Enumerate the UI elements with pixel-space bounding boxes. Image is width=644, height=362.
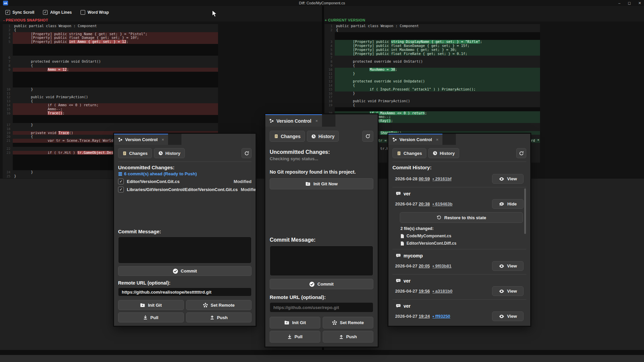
close-button[interactable]: ✕: [638, 0, 641, 6]
checkbox-icon[interactable]: ✓: [5, 10, 10, 15]
code-text: if ( Input.Pressed( "attack1" ) ) Primar…: [335, 87, 540, 92]
tab-changes[interactable]: Changes: [392, 148, 426, 158]
line-number: 12: [325, 75, 335, 79]
refresh-button[interactable]: [362, 131, 373, 142]
tab-changes[interactable]: Changes: [118, 148, 152, 158]
commit-history-heading: Commit History:: [392, 165, 526, 170]
speech-bubble-icon: [396, 304, 401, 308]
init-git-now-button[interactable]: Init Git Now: [270, 178, 373, 189]
toolbar-checkbox-sync-scroll[interactable]: ✓Sync Scroll: [5, 10, 34, 15]
line-number: 19: [3, 131, 13, 135]
pull-label: Pull: [150, 315, 158, 320]
line-number: [3, 79, 13, 83]
file-checkbox[interactable]: ✓: [118, 179, 124, 184]
commit-time-link[interactable]: 20:38: [419, 201, 430, 206]
tab-history[interactable]: History: [154, 148, 185, 158]
view-commit-button[interactable]: View: [492, 261, 524, 271]
line-number: 18: [325, 99, 335, 103]
commit-time-link[interactable]: 19:56: [419, 289, 430, 294]
maximize-button[interactable]: ◻: [628, 0, 631, 6]
toolbar-checkbox-align-lines[interactable]: ✓Align Lines: [43, 10, 72, 15]
no-repo-message: No Git repository found in this project.: [270, 169, 373, 175]
previous-code-row: [3, 72, 218, 76]
pull-button[interactable]: Pull: [270, 331, 320, 343]
commit-date: 2026-04-28: [395, 176, 419, 181]
view-commit-button[interactable]: View: [492, 174, 524, 184]
commit-date: 2026-04-27: [395, 314, 419, 319]
speech-bubble-icon: [396, 254, 401, 258]
remote-url-input[interactable]: [270, 302, 373, 312]
set-remote-label: Set Remote: [340, 320, 364, 325]
restore-state-button[interactable]: Restore to this state: [400, 212, 523, 223]
push-button[interactable]: Push: [323, 331, 373, 343]
current-code-row: 17: [325, 95, 540, 99]
commit-time-link[interactable]: 20:05: [419, 263, 430, 268]
minimize-button[interactable]: –: [619, 0, 621, 6]
tab-history[interactable]: History: [307, 131, 339, 142]
panel-close-icon[interactable]: ×: [435, 137, 439, 142]
commit-message-input[interactable]: [118, 237, 252, 263]
folder-plus-icon: [284, 320, 289, 325]
checkbox-label: Sync Scroll: [12, 10, 34, 15]
panel-close-icon[interactable]: ×: [160, 137, 164, 142]
version-control-tab[interactable]: Version Control ×: [388, 134, 442, 145]
commit-button[interactable]: Commit: [118, 266, 252, 276]
previous-code-row: 13{: [3, 99, 218, 103]
download-icon: [143, 315, 148, 320]
toolbar-checkbox-word-wrap[interactable]: Word Wrap: [80, 10, 109, 15]
code-text: {: [13, 64, 218, 68]
checkbox-icon[interactable]: [80, 10, 85, 15]
history-icon: [158, 151, 163, 156]
commit-hash-link[interactable]: • 619463b: [432, 201, 452, 206]
previous-code-row: 17}: [3, 123, 218, 127]
view-commit-button[interactable]: View: [492, 311, 524, 321]
commit-entry: ver2026-04-27 19:56• a3181b0View: [392, 274, 526, 299]
folder-plus-icon: [140, 303, 145, 307]
restore-button-label: Restore to this state: [444, 215, 486, 220]
commit-message-input[interactable]: [270, 246, 373, 276]
panel-close-icon[interactable]: ×: [314, 118, 318, 123]
version-control-tab[interactable]: Version Control ×: [114, 134, 168, 145]
commit-button[interactable]: Commit: [270, 279, 373, 289]
set-remote-button[interactable]: Set Remote: [323, 317, 373, 328]
line-number: 4: [325, 44, 335, 48]
code-text: [13, 92, 218, 96]
refresh-button[interactable]: [241, 148, 252, 158]
commit-history-list[interactable]: 2026-04-28 00:59• 29161bfViewver2026-04-…: [392, 171, 526, 322]
commit-time-link[interactable]: 00:59: [419, 176, 430, 181]
version-control-tab[interactable]: Version Control ×: [265, 114, 322, 127]
commit-hash-link[interactable]: • 29161bf: [432, 176, 451, 181]
diff-toolbar: ✓Sync Scroll✓Align LinesWord Wrap: [5, 9, 109, 15]
checkbox-icon[interactable]: ✓: [43, 10, 48, 15]
commit-hash-link[interactable]: • ff93250: [432, 314, 450, 319]
view-commit-button[interactable]: View: [492, 286, 524, 296]
upload-icon: [210, 315, 214, 320]
commit-date: 2026-04-27: [395, 289, 419, 294]
set-remote-button[interactable]: Set Remote: [186, 300, 252, 310]
current-code-row: 6[Property] public float FireRate { get;…: [325, 52, 540, 56]
commit-message-row: ver: [396, 303, 524, 309]
tab-changes[interactable]: Changes: [270, 131, 305, 142]
line-number: 10: [325, 68, 335, 72]
file-checkbox[interactable]: ✓: [118, 187, 124, 192]
speech-bubble-icon: [396, 279, 401, 283]
asterisk-icon: [203, 303, 208, 308]
push-button[interactable]: Push: [186, 312, 252, 322]
init-git-button[interactable]: Init Git: [118, 300, 184, 310]
commit-hash-link[interactable]: • a3181b0: [432, 289, 452, 294]
push-label: Push: [217, 315, 228, 320]
pull-button[interactable]: Pull: [118, 312, 184, 322]
refresh-button[interactable]: [516, 148, 526, 158]
tab-history[interactable]: History: [428, 148, 459, 158]
commit-time-link[interactable]: 19:24: [419, 314, 430, 319]
version-control-icon: [118, 137, 122, 142]
changed-file-row[interactable]: ✓Libraries/GitVersionControl/Editor/Vers…: [118, 187, 252, 192]
commit-hash-link[interactable]: • 9f03b81: [432, 263, 451, 268]
init-git-button[interactable]: Init Git: [270, 317, 320, 328]
hide-commit-button[interactable]: Hide: [492, 199, 524, 209]
previous-code-row: [3, 115, 218, 119]
remote-url-input[interactable]: [118, 288, 252, 296]
changed-file-row[interactable]: ✓Editor/VersionCont.Git.csModified: [118, 179, 252, 184]
panel-title: Version Control: [399, 137, 432, 142]
scrollbar-thumb[interactable]: [524, 188, 526, 234]
